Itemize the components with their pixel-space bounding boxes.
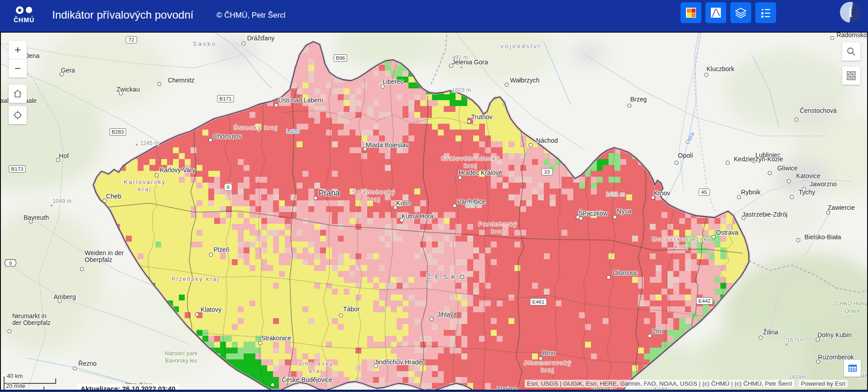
attribution-bar: Esri, USGS | GUGiK, Esri, HERE, Garmin, … — [525, 380, 848, 387]
raster-classes-button[interactable] — [681, 2, 701, 23]
update-timestamp: Aktualizace: 26.10.2022 03:40 — [77, 384, 179, 391]
histogram-icon — [710, 6, 722, 19]
table-icon — [847, 363, 858, 374]
layers-button[interactable] — [730, 2, 751, 23]
basemap-raster — [0, 32, 868, 391]
attribute-table-button[interactable] — [844, 360, 861, 377]
legend-list-icon — [759, 6, 772, 19]
home-icon — [13, 89, 23, 99]
histogram-button[interactable] — [705, 2, 726, 23]
scalebar-km-label: 40 km — [7, 373, 23, 379]
scalebar-tick — [43, 387, 44, 391]
scalebar-miles-bar — [4, 390, 44, 391]
chmu-logo: ČHMÚ — [7, 5, 41, 24]
scalebar-miles-label: 20 míle — [6, 382, 25, 389]
legend-button[interactable] — [755, 2, 776, 23]
app-header: ČHMÚ Indikátor přívalových povodní © ČHM… — [0, 0, 868, 32]
zoom-out-button[interactable]: − — [9, 59, 27, 77]
search-icon — [846, 46, 857, 57]
chmu-logo-icon — [7, 5, 41, 15]
powered-by-esri[interactable]: Powered by Esri — [799, 380, 848, 387]
header-credit: © ČHMÚ, Petr Šercl — [216, 11, 285, 20]
attribution-sources: Esri, USGS | GUGiK, Esri, HERE, Garmin, … — [525, 380, 794, 387]
zoom-widget: + − — [9, 41, 27, 77]
raster-classes-icon — [685, 6, 697, 19]
compare-grid-icon — [846, 70, 857, 81]
info-button[interactable]: i — [840, 2, 861, 23]
map-canvas[interactable]: PrahaKolínKutná HoraPardubiceHradec Král… — [0, 32, 868, 391]
layers-icon — [734, 6, 747, 19]
locate-icon — [13, 110, 23, 120]
search-button[interactable] — [842, 43, 860, 61]
locate-button[interactable] — [9, 106, 27, 124]
home-button[interactable] — [9, 85, 27, 103]
scalebar-tick — [55, 378, 56, 384]
basemap-compare-button[interactable] — [842, 67, 860, 85]
page-title: Indikátor přívalových povodní — [52, 9, 193, 21]
zoom-in-button[interactable]: + — [9, 41, 27, 59]
chmu-logo-text: ČHMÚ — [7, 16, 41, 24]
